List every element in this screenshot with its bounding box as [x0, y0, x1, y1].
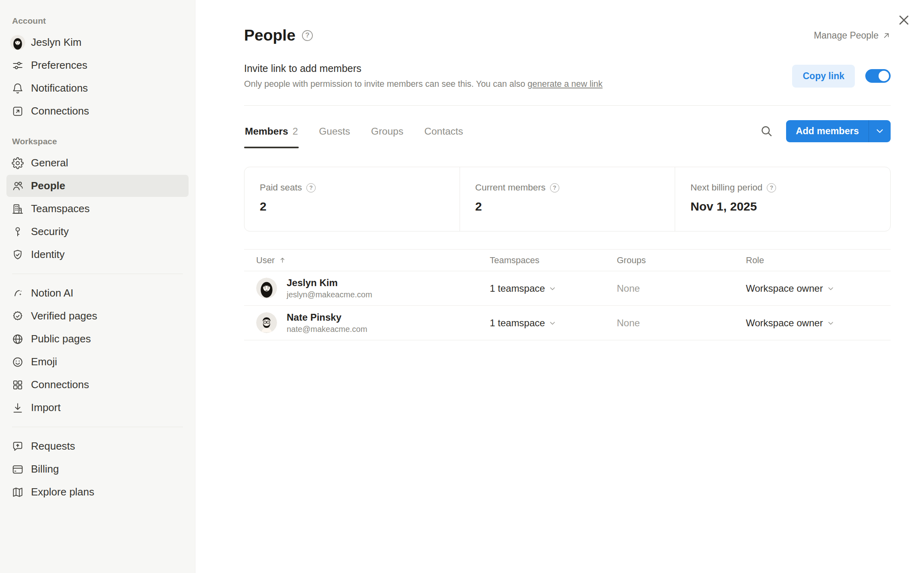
chevron-down-icon — [548, 319, 556, 327]
sidebar-section-workspace: Workspace — [12, 137, 183, 146]
member-name: Jeslyn Kim — [287, 277, 372, 289]
tab-guests[interactable]: Guests — [318, 114, 351, 148]
arrow-out-box-icon — [12, 105, 24, 117]
sidebar-item-account-profile[interactable]: Jeslyn Kim — [6, 31, 189, 53]
avatar — [256, 278, 277, 299]
help-icon[interactable] — [302, 30, 313, 41]
sidebar-item-billing[interactable]: Billing — [6, 458, 189, 480]
map-icon — [12, 486, 24, 498]
sidebar-item-verified-pages[interactable]: Verified pages — [6, 305, 189, 327]
sidebar-item-label: Emoji — [31, 356, 57, 368]
sidebar-item-identity[interactable]: Identity — [6, 244, 189, 266]
search-icon — [760, 124, 773, 138]
sidebar-item-people[interactable]: People — [6, 175, 189, 197]
column-groups: Groups — [617, 255, 746, 266]
table-row[interactable]: Nate Pinsky nate@makeacme.com 1 teamspac… — [244, 306, 891, 340]
sidebar-item-connections-account[interactable]: Connections — [6, 100, 189, 122]
sidebar-item-notifications[interactable]: Notifications — [6, 77, 189, 99]
column-user-sort[interactable]: User — [244, 255, 490, 266]
sidebar-divider — [12, 274, 183, 274]
invite-link-description: Only people with permission to invite me… — [244, 79, 603, 89]
stat-value: 2 — [475, 200, 675, 213]
tab-members[interactable]: Members 2 — [244, 114, 299, 148]
key-icon — [12, 226, 24, 238]
chevron-down-icon — [875, 126, 885, 136]
sidebar-item-general[interactable]: General — [6, 152, 189, 174]
member-email: jeslyn@makeacme.com — [287, 290, 372, 299]
page-title: People — [244, 27, 313, 44]
sidebar-item-label: Teamspaces — [31, 203, 90, 215]
copy-link-button[interactable]: Copy link — [792, 65, 855, 88]
stat-paid-seats: Paid seats 2 — [244, 167, 460, 231]
sidebar-item-emoji[interactable]: Emoji — [6, 351, 189, 373]
sidebar-item-label: Public pages — [31, 333, 91, 345]
table-header: User Teamspaces Groups Role — [244, 249, 891, 271]
help-icon[interactable] — [306, 183, 316, 192]
role-dropdown[interactable]: Workspace owner — [746, 283, 891, 294]
sidebar-item-notion-ai[interactable]: Notion AI — [6, 282, 189, 304]
sidebar-item-label: Jeslyn Kim — [31, 36, 82, 49]
members-table: User Teamspaces Groups Role Jeslyn Kim j… — [244, 249, 891, 340]
chevron-down-icon — [827, 284, 835, 293]
user-cell: Nate Pinsky nate@makeacme.com — [244, 312, 490, 334]
stat-next-billing-period: Next billing period Nov 1, 2025 — [675, 167, 890, 231]
sliders-icon — [12, 59, 24, 72]
sidebar-item-teamspaces[interactable]: Teamspaces — [6, 198, 189, 220]
table-row[interactable]: Jeslyn Kim jeslyn@makeacme.com 1 teamspa… — [244, 271, 891, 306]
grid-icon — [12, 379, 24, 391]
tab-groups[interactable]: Groups — [370, 114, 404, 148]
sidebar-item-label: Requests — [31, 440, 75, 452]
stat-current-members: Current members 2 — [460, 167, 675, 231]
avatar — [256, 312, 277, 333]
generate-new-link[interactable]: generate a new link — [528, 79, 602, 89]
sidebar-item-preferences[interactable]: Preferences — [6, 54, 189, 76]
teamspaces-dropdown[interactable]: 1 teamspace — [490, 283, 617, 294]
sidebar-item-label: Preferences — [31, 59, 87, 72]
sidebar-item-requests[interactable]: Requests — [6, 435, 189, 457]
column-teamspaces: Teamspaces — [490, 255, 617, 266]
invite-link-toggle[interactable] — [865, 69, 891, 83]
invite-link-title: Invite link to add members — [244, 63, 603, 74]
sidebar-item-label: Identity — [31, 248, 65, 261]
gear-icon — [12, 157, 24, 169]
tab-contacts[interactable]: Contacts — [423, 114, 464, 148]
download-icon — [12, 402, 24, 414]
close-button[interactable] — [897, 13, 911, 27]
sidebar-item-import[interactable]: Import — [6, 397, 189, 419]
groups-value: None — [617, 283, 746, 294]
chevron-down-icon — [827, 319, 835, 327]
sidebar-item-label: Explore plans — [31, 486, 94, 498]
role-dropdown[interactable]: Workspace owner — [746, 317, 891, 329]
close-icon — [897, 13, 911, 27]
sidebar-item-security[interactable]: Security — [6, 221, 189, 243]
help-icon[interactable] — [550, 183, 559, 192]
add-members-button[interactable]: Add members — [786, 120, 891, 142]
sidebar-item-connections-workspace[interactable]: Connections — [6, 374, 189, 396]
teamspaces-dropdown[interactable]: 1 teamspace — [490, 317, 617, 329]
sidebar-item-label: Billing — [31, 463, 59, 475]
arrow-up-right-icon — [882, 31, 891, 40]
help-icon[interactable] — [767, 183, 776, 192]
sidebar-item-label: Notifications — [31, 82, 88, 94]
member-name: Nate Pinsky — [287, 312, 367, 323]
sidebar-section-account: Account — [12, 16, 183, 26]
search-button[interactable] — [760, 124, 773, 138]
invite-link-section: Invite link to add members Only people w… — [244, 63, 603, 89]
manage-people-link[interactable]: Manage People — [814, 30, 891, 41]
sidebar-item-label: Security — [31, 225, 69, 238]
badge-check-icon — [12, 310, 24, 322]
add-members-dropdown[interactable] — [869, 120, 891, 142]
stat-value: 2 — [260, 200, 460, 213]
divider — [244, 105, 891, 106]
sidebar-item-public-pages[interactable]: Public pages — [6, 328, 189, 350]
sidebar-item-explore-plans[interactable]: Explore plans — [6, 481, 189, 503]
building-icon — [12, 203, 24, 215]
smiley-icon — [12, 356, 24, 368]
sidebar-item-label: General — [31, 157, 68, 169]
billing-stats: Paid seats 2 Current members 2 Next bill… — [244, 167, 891, 231]
sidebar-item-label: Import — [31, 401, 61, 414]
notion-ai-icon — [12, 287, 24, 299]
chevron-down-icon — [548, 284, 556, 293]
credit-card-icon — [12, 463, 24, 475]
bell-icon — [12, 82, 24, 94]
